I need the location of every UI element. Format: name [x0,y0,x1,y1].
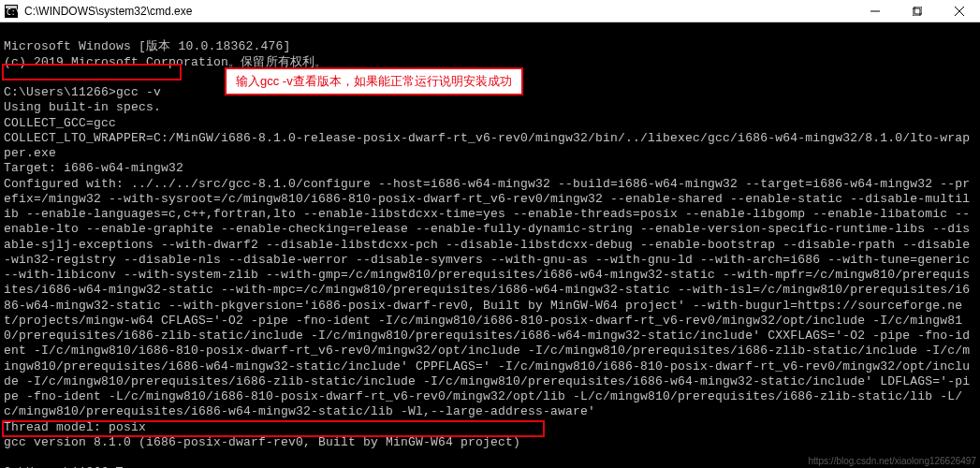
window-titlebar: C:\ C:\WINDOWS\system32\cmd.exe [0,0,980,22]
window-controls [854,0,980,22]
os-header-line: Microsoft Windows [版本 10.0.18362.476] [4,39,290,53]
svg-rect-4 [913,8,920,16]
output-line: Target: i686-w64-mingw32 [4,161,183,175]
cmd-icon: C:\ [4,4,19,19]
svg-rect-5 [914,7,922,14]
output-line: COLLECT_GCC=gcc [4,116,116,130]
output-line: Using built-in specs. [4,100,161,114]
maximize-button[interactable] [896,0,938,22]
output-gcc-version: gcc version 8.1.0 (i686-posix-dwarf-rev0… [4,435,520,449]
output-line: COLLECT_LTO_WRAPPER=C:/MinGW/i686-8.1.0-… [4,131,970,160]
output-configured-with: Configured with: ../../../src/gcc-8.1.0/… [4,177,977,419]
close-button[interactable] [938,0,980,22]
window-title: C:\WINDOWS\system32\cmd.exe [24,5,854,18]
annotation-callout: 输入gcc -v查看版本，如果能正常运行说明安装成功 [225,67,523,95]
svg-text:C:\: C:\ [7,8,18,17]
prompt-gcc-v: C:\Users\11266>gcc -v [4,85,161,99]
minimize-button[interactable] [854,0,896,22]
watermark-text: https://blog.csdn.net/xiaolong126626497 [808,456,976,466]
output-thread-model: Thread model: posix [4,420,146,434]
